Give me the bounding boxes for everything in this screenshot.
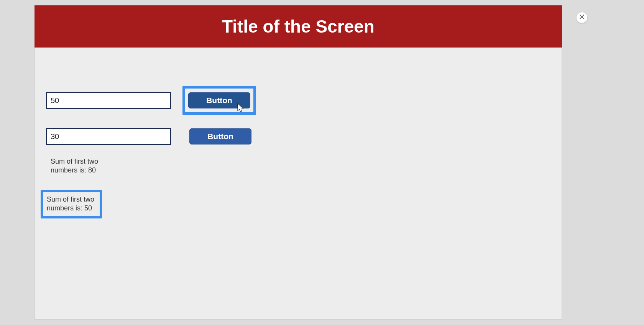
button-1[interactable]: Button: [188, 92, 250, 108]
close-button[interactable]: [577, 12, 587, 23]
result-line-1: Sum of first two numbers is: 80: [48, 156, 106, 176]
close-icon: [579, 14, 585, 21]
screen-header: Title of the Screen: [34, 5, 562, 48]
result-line-2: Sum of first two numbers is: 50: [41, 190, 102, 218]
button-1-highlight: Button: [182, 86, 256, 115]
screen-panel: Title of the Screen Button Button Sum of…: [34, 5, 562, 320]
first-number-input[interactable]: [46, 92, 171, 109]
page-title: Title of the Screen: [222, 16, 375, 37]
result-2-highlight: Sum of first two numbers is: 50: [41, 190, 550, 218]
result-1-block: Sum of first two numbers is: 80: [48, 156, 550, 176]
second-number-input[interactable]: [46, 128, 171, 145]
button-2-wrap: Button: [189, 128, 251, 144]
row-1: Button: [46, 86, 550, 115]
button-2[interactable]: Button: [189, 128, 251, 144]
results-area: Sum of first two numbers is: 80 Sum of f…: [46, 156, 550, 218]
content-area: Button Button Sum of first two numbers i…: [34, 48, 562, 244]
row-2: Button: [46, 128, 550, 145]
